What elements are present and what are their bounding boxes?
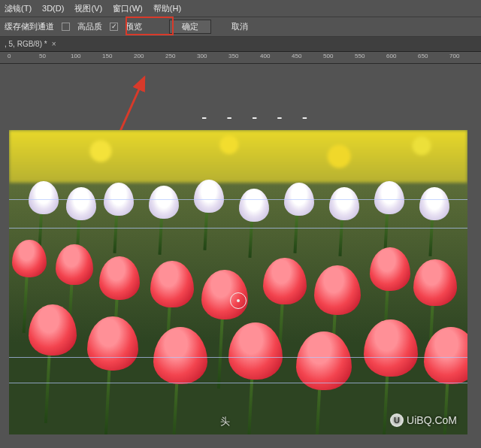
- document-tab-title: , 5, RGB/8) *: [5, 40, 47, 48]
- high-quality-label: 高品质: [77, 21, 102, 32]
- image-region-red: [9, 243, 467, 434]
- ok-button[interactable]: 确定: [169, 20, 211, 34]
- preview-checkbox[interactable]: [110, 23, 118, 31]
- blur-center-icon[interactable]: [230, 292, 247, 309]
- document-tab[interactable]: , 5, RGB/8) * ×: [0, 37, 481, 52]
- watermark-text: UiBQ.CoM: [407, 414, 457, 426]
- watermark-logo-icon: U: [390, 413, 404, 427]
- ruler-mark: 200: [134, 53, 144, 59]
- guide-line[interactable]: [9, 199, 467, 200]
- ruler-mark: 300: [197, 53, 207, 59]
- options-bar: 缓存储到通道 高品质 预览 确定 取消: [0, 17, 481, 37]
- guide-line[interactable]: [9, 357, 467, 358]
- preview-label: 预览: [126, 21, 142, 32]
- ruler-horizontal[interactable]: 0 50 100 150 200 250 300 350 400 450 500…: [0, 52, 481, 64]
- menu-3d[interactable]: 3D(D): [42, 4, 64, 13]
- watermark: U UiBQ.CoM: [390, 413, 457, 427]
- ruler-mark: 600: [386, 53, 396, 59]
- ruler-mark: 450: [292, 53, 301, 59]
- guide-line[interactable]: [9, 383, 467, 383]
- high-quality-checkbox[interactable]: [62, 23, 70, 31]
- ruler-mark: 500: [323, 53, 333, 59]
- menu-view[interactable]: 视图(V): [74, 3, 102, 14]
- guide-line[interactable]: [9, 228, 467, 229]
- watermark-head: 头: [220, 415, 230, 428]
- ruler-mark: 550: [355, 53, 365, 59]
- ruler-mark: 700: [449, 53, 459, 59]
- ruler-mark: 250: [165, 53, 175, 59]
- ruler-mark: 350: [228, 53, 238, 59]
- cancel-button[interactable]: 取消: [219, 20, 261, 34]
- save-to-channel-label: 缓存储到通道: [5, 21, 54, 32]
- close-icon[interactable]: ×: [52, 40, 56, 48]
- ruler-mark: 150: [102, 53, 112, 59]
- app-root: 滤镜(T) 3D(D) 视图(V) 窗口(W) 帮助(H) 缓存储到通道 高品质…: [0, 0, 481, 448]
- menu-filter[interactable]: 滤镜(T): [5, 3, 32, 14]
- ruler-mark: 50: [39, 53, 46, 59]
- ruler-mark: 400: [260, 53, 270, 59]
- ruler-ticks: 0 50 100 150 200 250 300 350 400 450 500…: [0, 52, 481, 63]
- annotation-dashes: - - - - -: [201, 107, 315, 127]
- menu-help[interactable]: 帮助(H): [153, 3, 181, 14]
- ruler-mark: 0: [8, 53, 11, 59]
- canvas-area[interactable]: - - - - -: [0, 64, 481, 448]
- ruler-mark: 100: [71, 53, 80, 59]
- ruler-mark: 650: [418, 53, 428, 59]
- menu-bar: 滤镜(T) 3D(D) 视图(V) 窗口(W) 帮助(H): [0, 0, 481, 17]
- canvas-image: 头 U UiBQ.CoM: [9, 130, 467, 434]
- menu-window[interactable]: 窗口(W): [113, 3, 143, 14]
